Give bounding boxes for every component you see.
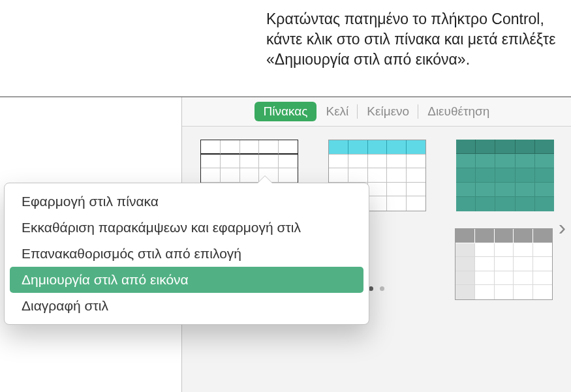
pager-dot-2[interactable] — [380, 286, 384, 291]
menu-clear-overrides[interactable]: Εκκαθάριση παρακάμψεων και εφαρμογή στιλ — [10, 215, 363, 241]
menu-redefine-from-selection[interactable]: Επανακαθορισμός στιλ από επιλογή — [10, 241, 363, 267]
inspector-tabs: Πίνακας Κελί Κείμενο Διευθέτηση — [182, 97, 571, 127]
menu-create-from-image[interactable]: Δημιουργία στιλ από εικόνα — [10, 267, 363, 293]
menu-apply-style[interactable]: Εφαρμογή στιλ πίνακα — [10, 188, 363, 215]
chevron-right-icon[interactable]: › — [559, 215, 566, 240]
table-style-thumb-teal-fill[interactable] — [456, 140, 554, 211]
menu-delete-style[interactable]: Διαγραφή στιλ — [10, 293, 363, 319]
tab-cell[interactable]: Κελί — [316, 102, 358, 121]
tab-arrange[interactable]: Διευθέτηση — [418, 102, 499, 121]
table-style-thumb-gray[interactable] — [455, 228, 553, 300]
gallery-pager — [369, 286, 384, 291]
callout-text: Κρατώντας πατημένο το πλήκτρο Control, κ… — [266, 9, 560, 70]
tab-text[interactable]: Κείμενο — [358, 102, 418, 121]
table-style-context-menu: Εφαρμογή στιλ πίνακα Εκκαθάριση παρακάμψ… — [4, 183, 369, 325]
pager-dot-1[interactable] — [369, 286, 373, 291]
tab-table[interactable]: Πίνακας — [255, 102, 317, 121]
